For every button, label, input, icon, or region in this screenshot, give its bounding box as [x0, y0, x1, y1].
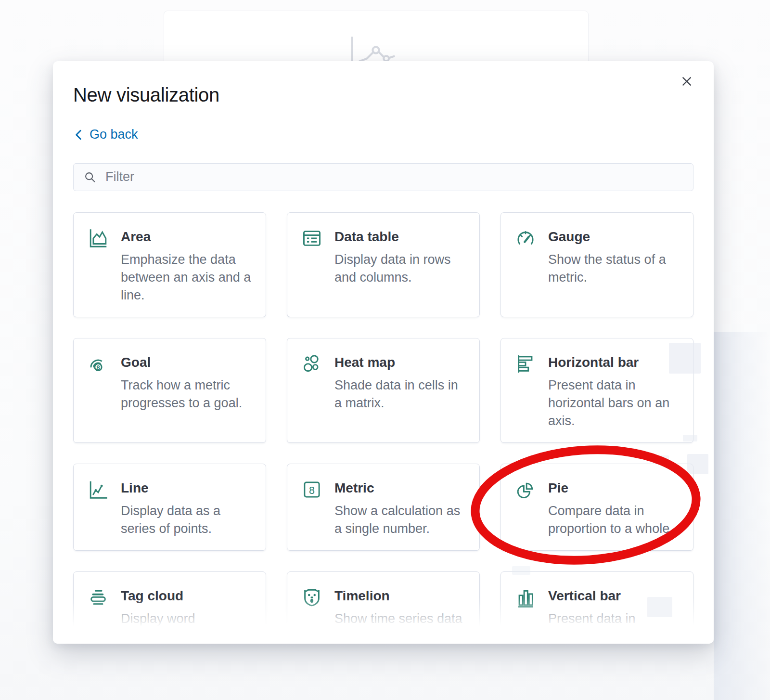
card-body: Heat map Shade data in cells in a matrix…: [334, 352, 466, 412]
card-description: Track how a metric progresses to a goal.: [121, 376, 252, 412]
vis-card-tag-cloud[interactable]: Tag cloud Display word frequency with fo…: [73, 571, 266, 644]
card-title: Pie: [548, 478, 680, 496]
vis-card-gauge[interactable]: Gauge Show the status of a metric.: [500, 212, 693, 317]
card-title: Heat map: [334, 352, 466, 370]
card-body: Line Display data as a series of points.: [121, 478, 252, 538]
heat-map-icon: [301, 353, 323, 375]
card-description: Display data in rows and columns.: [334, 251, 466, 286]
card-body: Pie Compare data in proportion to a whol…: [548, 478, 680, 538]
card-title: Gauge: [548, 226, 680, 245]
card-description: Show time series data on a graph: [334, 610, 466, 644]
vertical-bar-icon: [514, 586, 537, 609]
card-title: Tag cloud: [121, 585, 252, 604]
card-title: Line: [121, 478, 252, 496]
filter-bar: [73, 163, 693, 191]
card-body: Goal Track how a metric progresses to a …: [121, 352, 252, 412]
card-body: Data table Display data in rows and colu…: [334, 226, 466, 286]
go-back-label: Go back: [90, 127, 138, 142]
card-description: Shade data in cells in a matrix.: [334, 376, 466, 412]
card-title: Area: [121, 226, 252, 245]
new-visualization-modal: New visualization Go back: [53, 61, 714, 644]
card-title: Timelion: [334, 585, 466, 604]
watermark-square: [683, 435, 697, 441]
line-icon: [87, 479, 109, 501]
card-body: Gauge Show the status of a metric.: [548, 226, 680, 286]
vis-card-pie[interactable]: Pie Compare data in proportion to a whol…: [500, 464, 693, 551]
gauge-icon: [514, 227, 537, 249]
vis-card-heat-map[interactable]: Heat map Shade data in cells in a matrix…: [287, 338, 480, 443]
card-body: Timelion Show time series data on a grap…: [334, 585, 466, 644]
card-description: Display word frequency with font size: [121, 610, 252, 644]
area-icon: [87, 227, 109, 249]
card-description: Show a calculation as a single number.: [334, 502, 466, 538]
vis-card-timelion[interactable]: Timelion Show time series data on a grap…: [287, 571, 480, 644]
pie-icon: [514, 479, 537, 501]
card-description: Show the status of a metric.: [548, 251, 680, 286]
card-body: Horizontal bar Present data in horizonta…: [548, 352, 680, 430]
goal-icon: 8: [87, 353, 109, 375]
watermark-square: [647, 597, 672, 617]
modal-title: New visualization: [73, 84, 693, 106]
card-title: Horizontal bar: [548, 352, 680, 370]
svg-text:8: 8: [309, 484, 315, 496]
close-icon[interactable]: [677, 72, 696, 91]
svg-text:8: 8: [96, 363, 100, 371]
vis-card-area[interactable]: Area Emphasize the data between an axis …: [73, 212, 266, 317]
timelion-icon: [301, 586, 323, 609]
data-table-icon: [301, 227, 323, 249]
vis-card-data-table[interactable]: Data table Display data in rows and colu…: [287, 212, 480, 317]
vis-card-line[interactable]: Line Display data as a series of points.: [73, 464, 266, 551]
horizontal-bar-icon: [514, 353, 537, 375]
chevron-left-icon: [73, 129, 84, 141]
card-title: Data table: [334, 226, 466, 245]
vis-card-horizontal-bar[interactable]: Horizontal bar Present data in horizonta…: [500, 338, 693, 443]
card-description: Display data as a series of points.: [121, 502, 252, 538]
filter-input[interactable]: [73, 163, 693, 191]
vis-card-goal[interactable]: 8 Goal Track how a metric progresses to …: [73, 338, 266, 443]
go-back-link[interactable]: Go back: [73, 127, 138, 142]
card-title: Goal: [121, 352, 252, 370]
background-band: [714, 332, 770, 700]
card-description: Compare data in proportion to a whole.: [548, 502, 680, 538]
watermark-square: [687, 454, 708, 474]
tag-cloud-icon: [87, 586, 109, 609]
card-body: Area Emphasize the data between an axis …: [121, 226, 252, 304]
card-description: Emphasize the data between an axis and a…: [121, 251, 252, 304]
watermark-square: [659, 455, 669, 464]
vis-card-metric[interactable]: 8 Metric Show a calculation as a single …: [287, 464, 480, 551]
card-title: Metric: [334, 478, 466, 496]
watermark-square: [512, 566, 530, 575]
page-background: New visualization Go back: [0, 0, 770, 700]
card-description: Present data in horizontal bars on an ax…: [548, 376, 680, 430]
vis-type-grid: Area Emphasize the data between an axis …: [73, 212, 693, 644]
card-body: Metric Show a calculation as a single nu…: [334, 478, 466, 538]
card-body: Tag cloud Display word frequency with fo…: [121, 585, 252, 644]
metric-icon: 8: [301, 479, 323, 501]
watermark-square: [669, 343, 701, 374]
